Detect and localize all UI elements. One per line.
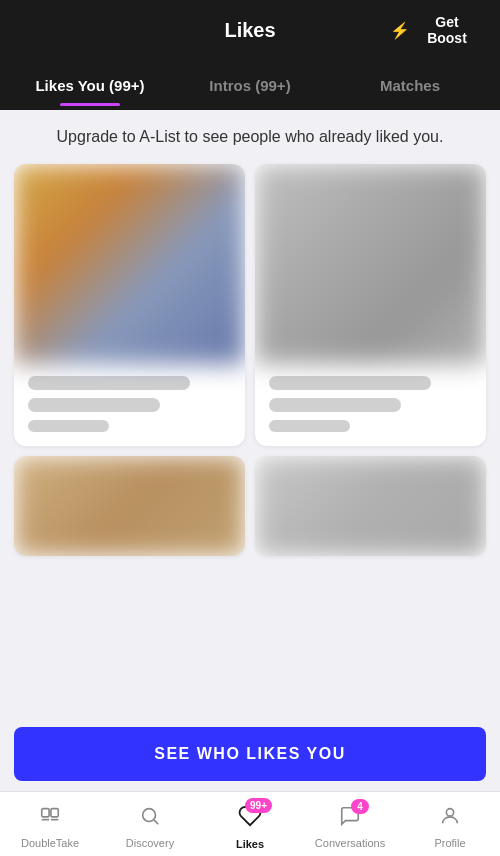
tab-active-indicator [60,103,120,106]
card-line-name-2 [269,376,431,390]
doubletake-icon [39,805,61,833]
nav-label-likes: Likes [236,838,264,850]
nav-item-profile[interactable]: Profile [400,799,500,849]
blurred-photo-1 [14,164,245,364]
get-boost-button[interactable]: ⚡ Get Boost [390,14,480,46]
conversations-badge: 4 [351,799,369,814]
tab-row: Likes You (99+) Intros (99+) Matches [0,60,500,110]
tab-matches[interactable]: Matches [330,65,490,106]
tab-likes-you[interactable]: Likes You (99+) [10,65,170,106]
card-line-sub-2 [269,420,350,432]
blurred-card-1 [14,164,245,446]
conversations-icon: 4 [339,805,361,833]
card-info-2 [255,364,486,446]
blurred-card-3 [14,456,245,556]
blurred-photo-3 [14,456,245,556]
svg-line-5 [154,820,158,824]
boost-label: Get Boost [414,14,480,46]
svg-rect-1 [51,809,58,817]
blurred-photo-2 [255,164,486,364]
nav-item-likes[interactable]: 99+ Likes [200,798,300,850]
cta-container: SEE WHO LIKES YOU [14,727,486,781]
likes-icon: 99+ [238,804,262,834]
see-who-likes-you-button[interactable]: SEE WHO LIKES YOU [14,727,486,781]
profile-icon [439,805,461,833]
likes-badge: 99+ [245,798,272,813]
discovery-icon [139,805,161,833]
nav-item-conversations[interactable]: 4 Conversations [300,799,400,849]
nav-label-profile: Profile [434,837,465,849]
nav-label-doubletake: DoubleTake [21,837,79,849]
card-info-1 [14,364,245,446]
cards-grid [14,164,486,556]
blurred-card-4 [255,456,486,556]
card-line-sub-1 [28,420,109,432]
blurred-card-2 [255,164,486,446]
card-line-name-1 [28,376,190,390]
upgrade-message: Upgrade to A-List to see people who alre… [14,126,486,148]
card-line-detail-1 [28,398,160,412]
main-content: Upgrade to A-List to see people who alre… [0,110,500,791]
card-line-detail-2 [269,398,401,412]
nav-label-conversations: Conversations [315,837,385,849]
nav-item-doubletake[interactable]: DoubleTake [0,799,100,849]
tab-intros[interactable]: Intros (99+) [170,65,330,106]
nav-item-discovery[interactable]: Discovery [100,799,200,849]
header: Likes ⚡ Get Boost [0,0,500,60]
bolt-icon: ⚡ [390,21,410,40]
svg-point-6 [446,809,453,816]
page-title: Likes [110,19,390,42]
svg-point-4 [143,809,156,822]
blurred-photo-4 [255,456,486,556]
bottom-nav: DoubleTake Discovery 99+ Likes 4 Conve [0,791,500,856]
nav-label-discovery: Discovery [126,837,174,849]
svg-rect-0 [42,809,49,817]
